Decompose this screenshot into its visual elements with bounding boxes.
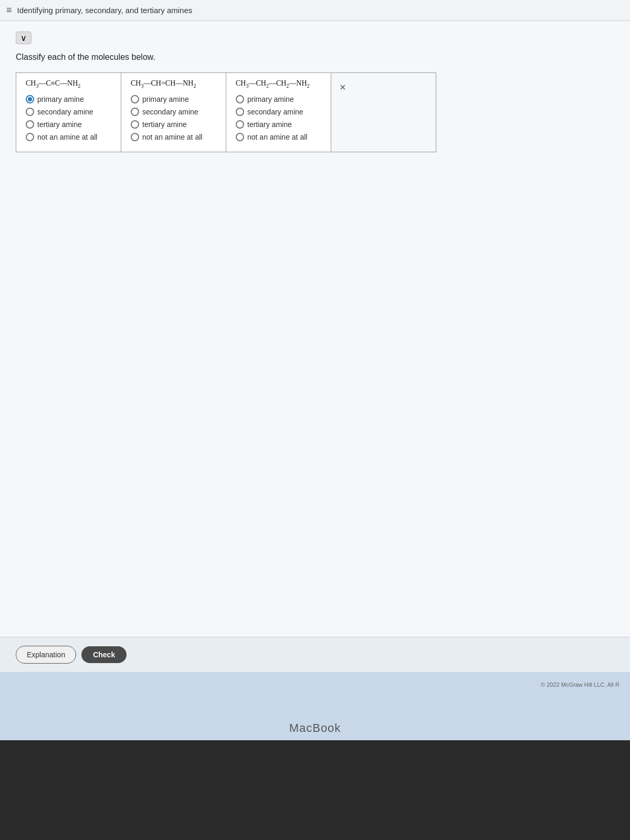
close-cell: × xyxy=(331,73,436,152)
copyright-text: © 2022 McGraw Hill LLC. All R xyxy=(541,681,620,688)
mol1-secondary-label: secondary amine xyxy=(37,108,93,116)
mol1-primary-radio[interactable] xyxy=(26,95,34,103)
molecule-2-formula: CH3—CH=CH—NH2 xyxy=(131,79,216,89)
mol3-primary-option[interactable]: primary amine xyxy=(236,95,321,103)
mol1-secondary-option[interactable]: secondary amine xyxy=(26,108,111,116)
mol2-secondary-option[interactable]: secondary amine xyxy=(131,108,216,116)
mol1-tertiary-option[interactable]: tertiary amine xyxy=(26,120,111,129)
mol3-primary-label: primary amine xyxy=(247,95,294,103)
top-bar: ≡ Identifying primary, secondary, and te… xyxy=(0,0,630,21)
collapse-button[interactable]: ∨ xyxy=(16,32,32,44)
mol1-primary-option[interactable]: primary amine xyxy=(26,95,111,103)
close-button[interactable]: × xyxy=(340,81,346,93)
mol2-notamine-label: not an amine at all xyxy=(142,133,202,141)
page-title: Identifying primary, secondary, and tert… xyxy=(17,6,193,15)
macbook-label: MacBook xyxy=(289,721,341,735)
check-button[interactable]: Check xyxy=(81,646,127,663)
mol2-notamine-radio[interactable] xyxy=(131,133,139,141)
molecule-1-formula: CH3—C≡C—NH2 xyxy=(26,79,111,89)
mol1-notamine-option[interactable]: not an amine at all xyxy=(26,133,111,141)
mol1-tertiary-label: tertiary amine xyxy=(37,120,82,129)
mol3-tertiary-option[interactable]: tertiary amine xyxy=(236,120,321,129)
main-content: ∨ Classify each of the molecules below. … xyxy=(0,21,630,651)
mol2-tertiary-label: tertiary amine xyxy=(142,120,187,129)
mol3-notamine-option[interactable]: not an amine at all xyxy=(236,133,321,141)
molecule-3-cell: CH3—CH2—CH2—NH2 primary amine secondary … xyxy=(226,73,331,152)
molecule-1-cell: CH3—C≡C—NH2 primary amine secondary amin… xyxy=(16,73,121,152)
mol3-secondary-label: secondary amine xyxy=(247,108,303,116)
question-text: Classify each of the molecules below. xyxy=(16,52,614,62)
formula-row: CH3—C≡C—NH2 primary amine secondary amin… xyxy=(16,73,436,152)
mol1-primary-label: primary amine xyxy=(37,95,84,103)
mol1-notamine-label: not an amine at all xyxy=(37,133,97,141)
mol2-secondary-radio[interactable] xyxy=(131,108,139,116)
molecules-table: CH3—C≡C—NH2 primary amine secondary amin… xyxy=(16,72,436,152)
mol2-notamine-option[interactable]: not an amine at all xyxy=(131,133,216,141)
molecule-3-formula: CH3—CH2—CH2—NH2 xyxy=(236,79,321,89)
molecule-2-cell: CH3—CH=CH—NH2 primary amine secondary am… xyxy=(121,73,226,152)
mol2-primary-option[interactable]: primary amine xyxy=(131,95,216,103)
mol1-secondary-radio[interactable] xyxy=(26,108,34,116)
chevron-down-icon: ∨ xyxy=(20,33,27,43)
mol3-tertiary-label: tertiary amine xyxy=(247,120,292,129)
mol3-secondary-option[interactable]: secondary amine xyxy=(236,108,321,116)
mol3-notamine-label: not an amine at all xyxy=(247,133,307,141)
bottom-bar: Explanation Check xyxy=(0,637,630,672)
mol3-primary-radio[interactable] xyxy=(236,95,244,103)
mol1-tertiary-radio[interactable] xyxy=(26,120,34,129)
hamburger-icon[interactable]: ≡ xyxy=(6,5,12,16)
mol2-secondary-label: secondary amine xyxy=(142,108,198,116)
mol2-tertiary-radio[interactable] xyxy=(131,120,139,129)
mol2-primary-label: primary amine xyxy=(142,95,189,103)
laptop-body xyxy=(0,740,630,840)
mol1-notamine-radio[interactable] xyxy=(26,133,34,141)
explanation-button[interactable]: Explanation xyxy=(16,646,76,664)
mol3-notamine-radio[interactable] xyxy=(236,133,244,141)
mol3-tertiary-radio[interactable] xyxy=(236,120,244,129)
mol3-secondary-radio[interactable] xyxy=(236,108,244,116)
mol2-primary-radio[interactable] xyxy=(131,95,139,103)
mol2-tertiary-option[interactable]: tertiary amine xyxy=(131,120,216,129)
